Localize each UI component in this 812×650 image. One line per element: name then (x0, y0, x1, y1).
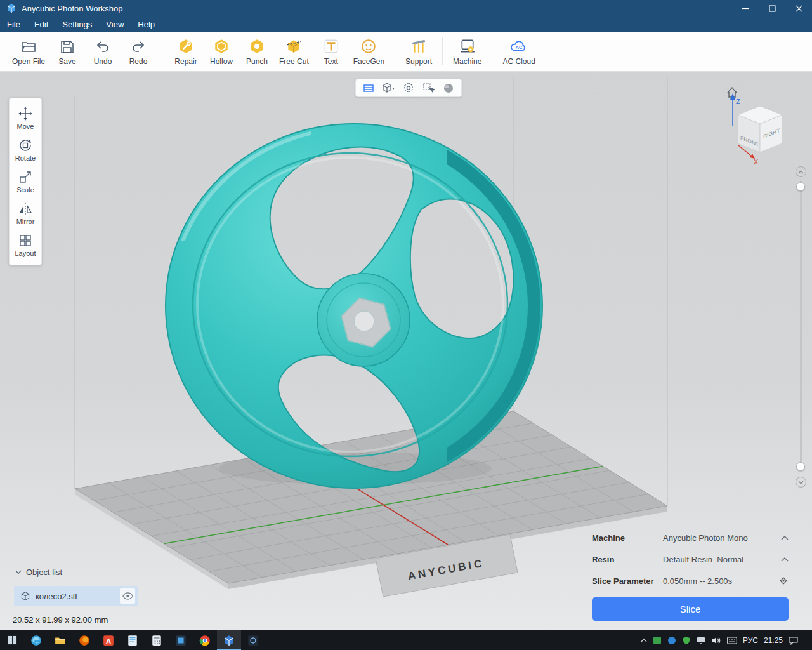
mirror-tool[interactable]: Mirror (10, 197, 41, 229)
save-icon (60, 37, 75, 55)
layer-slider-down-button[interactable] (796, 477, 806, 488)
visibility-toggle[interactable] (120, 588, 135, 604)
taskbar-camera-app-icon[interactable] (241, 630, 265, 650)
action-center-icon[interactable] (789, 636, 798, 645)
touch-keyboard-icon[interactable] (727, 637, 737, 644)
view-cube[interactable]: Z FRONT RIGHT X (728, 88, 782, 166)
hub-center-hole (354, 311, 374, 331)
menu-bar: File Edit Settings View Help (0, 17, 812, 32)
machine-collapse-icon[interactable] (781, 535, 789, 540)
layer-slider-track[interactable] (800, 180, 802, 471)
ac-cloud-button[interactable]: AC AC Cloud (498, 33, 539, 70)
taskbar-edge-icon[interactable] (24, 630, 48, 650)
object-name: колесо2.stl (36, 592, 120, 601)
layer-slider-up-button[interactable] (796, 166, 806, 177)
layout-icon (18, 234, 32, 248)
start-button[interactable] (0, 630, 24, 650)
maximize-button[interactable] (759, 0, 785, 17)
layer-slider-lower-handle[interactable] (796, 462, 805, 471)
taskbar-calculator-app-icon[interactable] (145, 630, 169, 650)
object-cube-icon (20, 591, 30, 601)
title-bar: Anycubic Photon Workshop (0, 0, 812, 17)
taskbar-chrome-icon[interactable] (193, 630, 217, 650)
scale-tool[interactable]: Scale (10, 166, 41, 197)
tray-antivirus-icon[interactable] (653, 636, 662, 645)
object-list-item[interactable]: колесо2.stl (14, 586, 138, 606)
redo-icon (131, 37, 146, 55)
slice-button[interactable]: Slice (592, 597, 789, 621)
text-icon (323, 37, 339, 55)
open-file-icon (20, 37, 37, 55)
language-indicator[interactable]: РУС (743, 636, 758, 645)
slice-parameter-edit-icon[interactable] (778, 576, 789, 586)
free-cut-icon (285, 37, 302, 55)
show-desktop-button[interactable] (804, 630, 807, 650)
minimize-button[interactable] (732, 0, 759, 17)
rotate-tool[interactable]: Rotate (10, 134, 41, 166)
axis-x-label: X (754, 158, 759, 166)
repair-button[interactable]: Repair (168, 33, 204, 70)
menu-edit[interactable]: Edit (27, 18, 55, 31)
render-mode-button[interactable] (380, 81, 396, 96)
window-title: Anycubic Photon Workshop (22, 4, 122, 13)
toolbar-separator (492, 37, 492, 65)
open-file-button[interactable]: Open File (8, 33, 49, 70)
viewport-canvas[interactable]: ANYCUBIC Z FRONT RIGHT X (0, 72, 812, 630)
tray-shield-icon[interactable] (682, 636, 691, 645)
toolbar-separator (442, 37, 443, 65)
menu-file[interactable]: File (0, 18, 27, 31)
tray-app-blue-icon[interactable] (667, 636, 676, 645)
toolbar-separator (162, 37, 162, 65)
scale-icon (18, 170, 32, 184)
punch-button[interactable]: Punch (239, 33, 275, 70)
model-wheel[interactable] (166, 124, 542, 488)
free-cut-button[interactable]: Free Cut (275, 33, 313, 70)
facegen-button[interactable]: FaceGen (349, 33, 389, 70)
plate-view-button[interactable] (360, 81, 377, 96)
hollow-button[interactable]: Hollow (204, 33, 239, 70)
transparent-view-button[interactable] (400, 81, 417, 96)
undo-button[interactable]: Undo (85, 33, 121, 70)
layout-tool[interactable]: Layout (10, 229, 41, 261)
save-button[interactable]: Save (49, 33, 85, 70)
layer-slider-upper-handle[interactable] (796, 182, 805, 191)
support-icon (410, 37, 427, 55)
hidden-icons-chevron[interactable] (641, 638, 647, 642)
menu-settings[interactable]: Settings (55, 18, 99, 31)
sphere-view-button[interactable] (440, 81, 457, 96)
menu-view[interactable]: View (99, 18, 131, 31)
resin-collapse-icon[interactable] (781, 557, 789, 562)
volume-icon[interactable] (711, 636, 721, 645)
menu-help[interactable]: Help (131, 18, 162, 31)
close-button[interactable] (785, 0, 812, 17)
tray-monitor-icon[interactable] (697, 636, 705, 645)
mirror-icon (18, 202, 32, 216)
svg-text:A: A (106, 637, 111, 644)
taskbar-app-a-icon[interactable]: A (96, 630, 121, 650)
select-tool-button[interactable] (421, 81, 437, 96)
taskbar-firefox-icon[interactable] (72, 630, 96, 650)
slice-parameter-row[interactable]: Slice Parameter 0.050mm -- 2.500s (592, 573, 789, 588)
text-button[interactable]: Text (313, 33, 349, 70)
punch-icon (249, 37, 265, 55)
clock[interactable]: 21:25 (764, 636, 783, 645)
repair-icon (178, 37, 194, 55)
transform-tool-panel: Move Rotate Scale Mirror La (9, 98, 42, 265)
machine-row[interactable]: Machine Anycubic Photon Mono (592, 530, 789, 545)
move-tool[interactable]: Move (10, 102, 41, 134)
axis-z-label: Z (736, 98, 740, 105)
object-list-header[interactable]: Object list (15, 567, 62, 577)
taskbar-notes-app-icon[interactable] (121, 630, 145, 650)
taskbar: A (0, 630, 812, 650)
resin-row[interactable]: Resin Default Resin_Normal (592, 552, 789, 567)
redo-button[interactable]: Redo (121, 33, 156, 70)
build-plate: ANYCUBIC (75, 411, 667, 597)
hollow-icon (213, 37, 230, 55)
eye-icon (122, 592, 133, 600)
taskbar-office-app-icon[interactable] (169, 630, 193, 650)
taskbar-file-explorer-icon[interactable] (48, 630, 72, 650)
taskbar-photon-workshop-icon[interactable] (217, 630, 241, 650)
machine-button[interactable]: Machine (449, 33, 486, 70)
support-button[interactable]: Support (401, 33, 436, 70)
svg-text:AC: AC (516, 44, 523, 50)
